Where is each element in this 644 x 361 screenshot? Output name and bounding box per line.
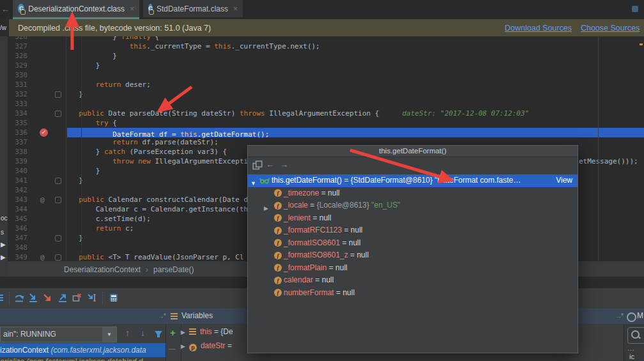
remove-icon[interactable]: —	[169, 344, 176, 352]
popup-row-_formatRFC1123[interactable]: f_formatRFC1123 = null	[248, 224, 578, 237]
stack-frame-selected[interactable]: izationContext (com.fasterxml.jackson.da…	[0, 343, 165, 357]
breadcrumb-item[interactable]: parseDate()	[153, 265, 194, 274]
back-arrow-icon[interactable]: ←	[1, 4, 10, 14]
breakpoint-icon[interactable]: ✓	[40, 128, 48, 137]
chevron-down-icon[interactable]: ▼	[102, 327, 116, 342]
close-icon[interactable]: ×	[130, 5, 134, 13]
threads-dropdown[interactable]: ain": RUNNING ▼	[0, 326, 117, 342]
next-frame-arrow[interactable]: ↓	[141, 328, 145, 338]
pin-icon-memory[interactable]: →*	[615, 312, 623, 319]
line-number: 327	[8, 42, 27, 51]
step-over-button[interactable]	[14, 293, 26, 304]
code-line-328: 328}	[0, 51, 644, 61]
code-text: c.setTime(d);	[70, 214, 151, 224]
line-number: 326	[8, 36, 27, 42]
force-step-into-button[interactable]	[42, 293, 54, 304]
evaluate-result-glasses-icon	[259, 175, 270, 185]
class-file-icon: C	[18, 4, 24, 13]
fold-marker-icon[interactable]	[55, 235, 61, 242]
line-number: 342	[8, 185, 27, 195]
field-icon: f	[274, 189, 282, 197]
row-text: _formatRFC1123 = null	[284, 224, 363, 237]
code-text: Calendar c = Calendar.getInstance(th	[70, 204, 248, 214]
tab-variables[interactable]: Variables	[181, 311, 213, 320]
popup-row-_timezone[interactable]: f_timezone = null	[248, 187, 578, 200]
code-line-332: 332}	[0, 89, 644, 99]
view-options-icon[interactable]	[0, 293, 9, 304]
fold-marker-icon[interactable]	[55, 197, 61, 203]
variables-tab-icon	[171, 313, 178, 319]
code-text: } catch (ParseException var3) {	[70, 147, 227, 157]
line-number: 344	[8, 204, 27, 214]
popup-row-_formatISO8601_z[interactable]: f_formatISO8601_z = null	[248, 249, 578, 262]
clipped-panel-fragment: s	[1, 229, 4, 236]
frame-class: izationContext	[0, 346, 50, 355]
line-number: 330	[8, 70, 27, 80]
breadcrumb-item[interactable]: DeserializationContext	[64, 265, 141, 274]
pin-icon[interactable]: →*	[158, 312, 165, 319]
popup-row-_locale[interactable]: ▶f_locale = {Locale@8613} "en_US"	[248, 199, 578, 212]
popup-row-_formatPlain[interactable]: f_formatPlain = null	[248, 262, 578, 275]
row-text: numberFormat = null	[284, 287, 355, 300]
prev-frame-arrow[interactable]: ↑	[125, 328, 130, 338]
variable-row-dateStr[interactable]: ▶pdateStr =	[181, 339, 232, 353]
stack-frame-library[interactable]: erialize (com.fasterxml.jackson.databind…	[0, 357, 165, 361]
code-text: } finally {	[70, 36, 159, 42]
gutter-divider	[66, 36, 66, 261]
code-line-331: 331return deser;	[0, 80, 644, 89]
evaluate-expression-button[interactable]	[109, 293, 120, 304]
link-choose-sources[interactable]: Choose Sources	[581, 24, 640, 33]
memory-search-input[interactable]	[627, 327, 644, 344]
fold-marker-icon[interactable]	[55, 111, 61, 117]
clipped-panel-fragment: ▶	[1, 254, 6, 261]
line-number: 345	[8, 214, 27, 224]
close-icon[interactable]: ×	[233, 5, 238, 13]
code-text: }	[70, 51, 117, 61]
popup-row-_lenient[interactable]: f_lenient = null	[248, 212, 578, 225]
line-number: 335	[8, 118, 27, 128]
code-text: try {	[70, 118, 117, 128]
expander-icon[interactable]: ▶	[181, 329, 185, 335]
back-arrow[interactable]: ←	[266, 160, 277, 171]
link-download-sources[interactable]: Download Sources	[505, 24, 572, 33]
forward-arrow[interactable]: →	[280, 160, 291, 171]
fold-marker-icon[interactable]	[55, 254, 61, 261]
fold-marker-icon[interactable]	[55, 178, 61, 184]
line-number: 334	[8, 109, 27, 118]
overflow-ellipsis[interactable]: …	[627, 344, 634, 352]
run-to-cursor-button[interactable]	[87, 293, 98, 304]
inline-debugger-hint: dateStr: "2017-12-08 07:12:03"	[402, 109, 529, 118]
variable-value: =	[226, 341, 232, 350]
popup-row-thisgetDateFormat[interactable]: ▼this.getDateFormat() = {StdDateFormat@8…	[248, 174, 578, 187]
step-into-button[interactable]	[28, 293, 40, 304]
tab-DeserializationContext.class[interactable]: CDeserializationContext.class×	[13, 0, 139, 19]
lock-badge-icon	[149, 10, 154, 15]
line-number: 341	[8, 176, 27, 185]
filter-funnel-icon[interactable]	[153, 329, 164, 339]
add-watch-icon[interactable]: +	[170, 327, 176, 338]
tab-StdDateFormat.class[interactable]: CStdDateFormat.class×	[143, 0, 243, 17]
code-line-334: 334public Date parseDate(String dateStr)…	[0, 109, 644, 118]
popup-row-numberFormat[interactable]: fnumberFormat = null	[248, 287, 578, 300]
drop-frame-button[interactable]	[72, 293, 83, 304]
popup-row-calendar[interactable]: fcalendar = null	[248, 274, 578, 287]
evaluate-popup[interactable]: this.getDateFormat() ←→ ▼this.getDateFor…	[247, 145, 578, 353]
popup-title[interactable]: this.getDateFormat()	[248, 146, 578, 157]
line-number: 346	[8, 224, 27, 233]
tab-memory[interactable]: M	[637, 311, 643, 320]
variable-name: this	[200, 327, 212, 336]
line-number: 349	[8, 252, 27, 261]
variable-row-this[interactable]: ▶this = {De	[181, 325, 233, 339]
variable-name: dateStr	[201, 341, 226, 350]
view-link[interactable]: View	[556, 174, 572, 187]
expander-icon[interactable]: ▶	[181, 343, 185, 349]
step-out-button[interactable]	[57, 293, 69, 304]
popup-row-_formatISO8601[interactable]: f_formatISO8601 = null	[248, 237, 578, 250]
panel-icon[interactable]	[632, 6, 638, 12]
memory-list-item[interactable]: ic	[629, 353, 634, 360]
field-icon: f	[274, 227, 282, 234]
line-number: 333	[8, 99, 27, 109]
inspect-icon[interactable]	[252, 160, 263, 171]
code-line-326: 326} finally {	[0, 36, 644, 42]
fold-marker-icon[interactable]	[55, 91, 61, 98]
